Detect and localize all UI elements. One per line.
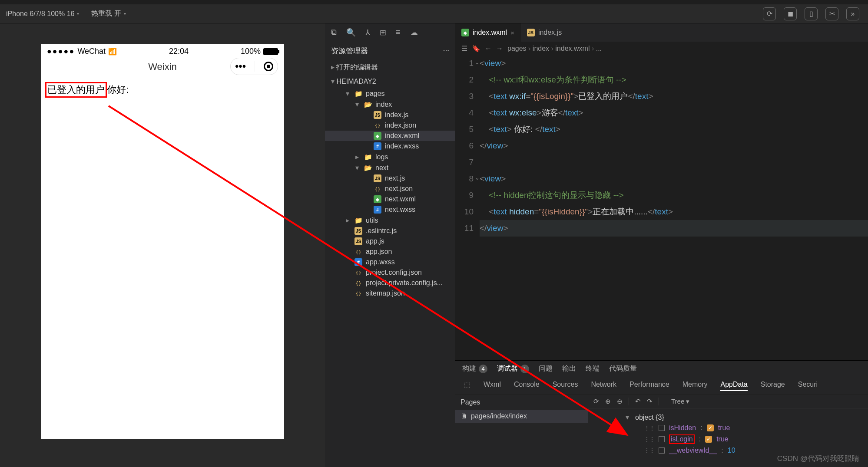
capsule-close-icon[interactable] (264, 62, 273, 71)
capsule-menu[interactable]: ••• (230, 58, 278, 75)
cut-icon[interactable]: ✂ (825, 7, 838, 20)
devtab-Storage[interactable]: Storage (761, 381, 785, 391)
watermark: CSDN @代码对我眨眼睛 (777, 454, 859, 464)
page-text: 你好: (107, 84, 129, 95)
file-logs[interactable]: ▸logs (325, 151, 455, 162)
bottom-tab-输出[interactable]: 输出 (562, 364, 576, 373)
clock: 22:04 (169, 47, 189, 56)
file-next.wxss[interactable]: #next.wxss (325, 204, 455, 215)
editor-pane: ◆index.wxml×JSindex.js ☰ 🔖 ← → pages › i… (455, 23, 868, 467)
bottom-tab-构建[interactable]: 构建4 (462, 364, 487, 373)
phone-icon[interactable]: ▯ (805, 7, 818, 20)
capsule-more-icon[interactable]: ••• (235, 60, 246, 72)
forward-icon[interactable]: → (496, 45, 503, 53)
file-next.json[interactable]: { }next.json (325, 184, 455, 194)
devtools-tabs: ⬚ WxmlConsoleSourcesNetworkPerformanceMe… (455, 377, 868, 395)
file-pages[interactable]: ▾pages (325, 88, 455, 99)
file-app.json[interactable]: { }app.json (325, 247, 455, 257)
pages-label: Pages (455, 395, 588, 410)
stop-icon[interactable]: ◼ (784, 7, 797, 20)
data-row-isLogin[interactable]: ⋮⋮isLogin:✓ true (595, 433, 861, 445)
editor-tabs: ◆index.wxml×JSindex.js (455, 23, 868, 42)
file-app.js[interactable]: JSapp.js (325, 236, 455, 247)
file-explorer: ⧉ 🔍 ⅄ ⊞ ≡ ☁ 资源管理器··· 打开的编辑器 HEIMADAY2 ▾p… (325, 23, 455, 467)
page-path[interactable]: 🗎pages/index/index (455, 410, 588, 423)
data-row-isHidden[interactable]: ⋮⋮isHidden:✓ true (595, 423, 861, 433)
undo-icon[interactable]: ↶ (635, 398, 641, 405)
file-sitemap.json[interactable]: { }sitemap.json (325, 288, 455, 299)
refresh-icon[interactable]: ⟳ (593, 398, 599, 405)
redo-icon[interactable]: ↷ (647, 398, 653, 405)
devtab-Performance[interactable]: Performance (629, 381, 669, 391)
close-tab-icon[interactable]: × (510, 29, 514, 36)
bottom-tab-问题[interactable]: 问题 (539, 364, 553, 373)
file-project.private.config.js...[interactable]: { }project.private.config.js... (325, 278, 455, 288)
simulator-pane: ●●●●●WeChat📶 22:04 100% Weixin ••• 已登入的用… (0, 23, 325, 467)
page-content: 已登入的用户你好: (41, 78, 284, 102)
battery-icon (263, 48, 278, 55)
open-editors-section[interactable]: 打开的编辑器 (325, 60, 455, 75)
devtab-AppData[interactable]: AppData (720, 381, 747, 391)
signal-dots-icon: ●●●●● (47, 47, 75, 56)
inspect-icon[interactable]: ⬚ (464, 381, 470, 391)
file-utils[interactable]: ▸utils (325, 215, 455, 226)
menu-icon[interactable]: ☰ (461, 44, 467, 53)
simulator-toolbar-icons: ⟳ ◼ ▯ ✂ » (763, 7, 868, 20)
explorer-title: 资源管理器 (331, 46, 368, 56)
file-index.js[interactable]: JSindex.js (325, 110, 455, 120)
nav-title: Weixin ••• (41, 59, 284, 78)
bottom-tab-代码质量[interactable]: 代码质量 (609, 364, 637, 373)
devtab-Memory[interactable]: Memory (682, 381, 708, 391)
file-tree: ▾pages▾indexJSindex.js{ }index.json◆inde… (325, 88, 455, 299)
file-.eslintrc.js[interactable]: JS.eslintrc.js (325, 226, 455, 236)
wifi-icon: 📶 (108, 47, 117, 56)
phone-statusbar: ●●●●●WeChat📶 22:04 100% (41, 44, 284, 59)
devtab-Network[interactable]: Network (591, 381, 616, 391)
back-icon[interactable]: ← (485, 45, 492, 53)
search-icon[interactable]: 🔍 (346, 28, 356, 37)
expand-icon[interactable]: » (846, 7, 859, 20)
appdata-tree[interactable]: ▾object {3} ⋮⋮isHidden:✓ true⋮⋮isLogin:✓… (588, 408, 868, 459)
devtab-Securi[interactable]: Securi (798, 381, 818, 391)
files-icon[interactable]: ⧉ (331, 28, 337, 37)
battery-pct: 100% (241, 47, 261, 56)
file-index.wxml[interactable]: ◆index.wxml (325, 131, 455, 141)
devtab-Wxml[interactable]: Wxml (484, 381, 501, 391)
hot-reload-toggle[interactable]: 热重载 开 (85, 4, 132, 23)
file-index.json[interactable]: { }index.json (325, 120, 455, 131)
phone-frame: ●●●●●WeChat📶 22:04 100% Weixin ••• 已登入的用… (41, 44, 284, 439)
tree-mode-select[interactable]: Tree ▾ (671, 398, 689, 405)
device-selector[interactable]: iPhone 6/7/8 100% 16 (0, 4, 85, 23)
refresh-icon[interactable]: ⟳ (763, 7, 776, 20)
bookmark-icon[interactable]: 🔖 (472, 44, 480, 53)
ext-icon[interactable]: ⊞ (380, 28, 386, 37)
branch-icon[interactable]: ⅄ (365, 28, 370, 37)
tab-index.wxml[interactable]: ◆index.wxml× (455, 23, 521, 42)
collapse-icon[interactable]: ⊖ (617, 398, 623, 405)
devtab-Console[interactable]: Console (514, 381, 540, 391)
file-app.wxss[interactable]: #app.wxss (325, 257, 455, 267)
bottom-tabs: 构建4调试器1问题输出终端代码质量 (455, 361, 868, 377)
explorer-more-icon[interactable]: ··· (443, 46, 449, 56)
file-next.wxml[interactable]: ◆next.wxml (325, 194, 455, 204)
devtab-Sources[interactable]: Sources (553, 381, 578, 391)
toolbar: iPhone 6/7/8 100% 16 热重载 开 ⟳ ◼ ▯ ✂ » (0, 4, 868, 23)
top-menu (0, 0, 868, 4)
annotated-text: 已登入的用户 (45, 82, 107, 98)
file-project.config.json[interactable]: { }project.config.json (325, 267, 455, 278)
tab-index.js[interactable]: JSindex.js (521, 23, 568, 42)
cloud-icon[interactable]: ☁ (410, 28, 418, 37)
file-index[interactable]: ▾index (325, 99, 455, 110)
carrier-label: WeChat (77, 47, 106, 56)
breadcrumbs[interactable]: ☰ 🔖 ← → pages › index › index.wxml › ... (455, 42, 868, 55)
bottom-tab-调试器[interactable]: 调试器1 (497, 364, 529, 373)
bottom-tab-终端[interactable]: 终端 (586, 364, 600, 373)
file-next.js[interactable]: JSnext.js (325, 173, 455, 184)
file-index.wxss[interactable]: #index.wxss (325, 141, 455, 151)
code-area[interactable]: 1⌄2345678⌄91011 <view> <!-- wx:if和wx:els… (455, 55, 868, 360)
expand-icon[interactable]: ⊕ (605, 398, 611, 405)
bottom-panel: 构建4调试器1问题输出终端代码质量 ⬚ WxmlConsoleSourcesNe… (455, 360, 868, 467)
file-next[interactable]: ▾next (325, 162, 455, 173)
db-icon[interactable]: ≡ (396, 28, 401, 37)
project-section[interactable]: HEIMADAY2 (325, 75, 455, 88)
